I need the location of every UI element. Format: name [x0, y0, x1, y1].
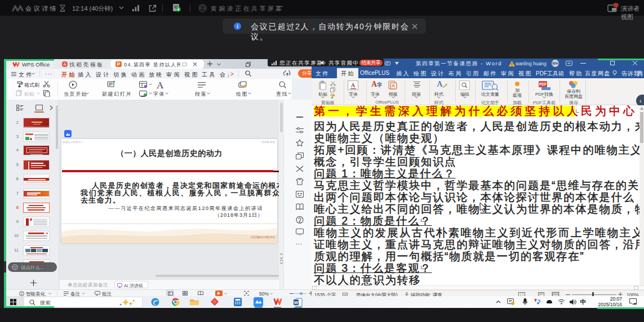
svg-text:!: !	[511, 62, 512, 66]
svg-text:W: W	[294, 300, 299, 305]
svg-text:PDF: PDF	[539, 82, 547, 86]
